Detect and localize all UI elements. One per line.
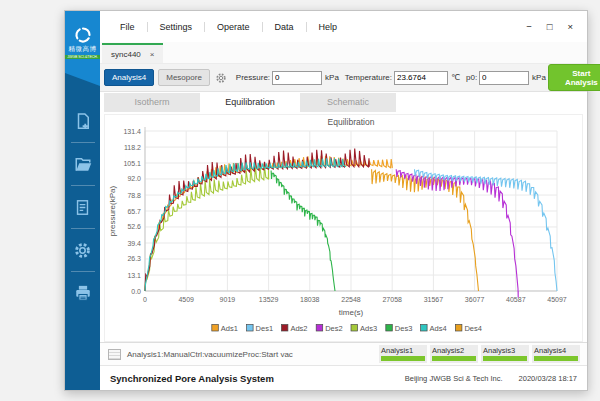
analysis4-button[interactable]: Analysis4 xyxy=(104,69,154,86)
p0-label: p0: xyxy=(466,73,477,82)
temperature-input[interactable] xyxy=(394,71,448,85)
tab-close-icon[interactable]: × xyxy=(150,50,155,59)
analysis4-progress[interactable]: Analysis4 xyxy=(532,345,580,363)
status-row: Analysis1:ManualCtrl:vacuumizeProc:Start… xyxy=(100,342,587,367)
analysis3-progress-label: Analysis3 xyxy=(483,346,527,355)
tab-equilibration[interactable]: Equilibration xyxy=(202,93,298,112)
footer-bar: Synchronized Pore Analysis System Beijin… xyxy=(100,366,587,390)
progress-bar xyxy=(483,356,527,361)
gear-icon xyxy=(73,241,92,260)
analysis4-progress-label: Analysis4 xyxy=(534,346,578,355)
status-log-icon[interactable] xyxy=(108,349,121,360)
svg-text:Des2: Des2 xyxy=(325,323,343,332)
maximize-button[interactable]: □ xyxy=(547,22,553,32)
svg-text:31567: 31567 xyxy=(424,296,444,303)
svg-text:4509: 4509 xyxy=(178,296,194,303)
main-area: File Settings Operate Data Help − □ × sy… xyxy=(100,11,587,390)
footer-right: Beijing JWGB Sci & Tech Inc. 2020/03/28 … xyxy=(405,374,577,383)
app-title: Synchronized Pore Analysis System xyxy=(110,373,274,384)
sidebar-print-button[interactable] xyxy=(74,282,92,304)
logo-swirl-icon xyxy=(74,26,92,44)
svg-text:92.0: 92.0 xyxy=(127,175,141,182)
toolbar-settings-button[interactable] xyxy=(212,72,230,84)
close-button[interactable]: × xyxy=(567,22,573,32)
svg-text:0.0: 0.0 xyxy=(131,287,141,294)
svg-text:105.1: 105.1 xyxy=(123,159,141,166)
view-tabs: Isotherm Equilibration Schematic xyxy=(100,92,587,113)
temperature-unit: ℃ xyxy=(451,73,460,82)
svg-text:26.3: 26.3 xyxy=(127,255,141,262)
temperature-label: Temperature: xyxy=(345,73,392,82)
tab-isotherm[interactable]: Isotherm xyxy=(104,93,200,112)
svg-text:65.7: 65.7 xyxy=(127,207,141,214)
analysis2-progress[interactable]: Analysis2 xyxy=(430,345,478,363)
analysis1-progress[interactable]: Analysis1 xyxy=(379,345,427,363)
sidebar-report-button[interactable] xyxy=(74,196,91,218)
gear-icon xyxy=(215,72,227,84)
status-message: Analysis1:ManualCtrl:vacuumizeProc:Start… xyxy=(127,350,293,359)
window-controls: − □ × xyxy=(526,22,573,32)
pressure-label: Pressure: xyxy=(236,73,270,82)
sidebar-new-file-button[interactable] xyxy=(74,110,92,132)
svg-text:Des1: Des1 xyxy=(256,323,274,332)
document-tabstrip: sync440 × xyxy=(100,42,587,64)
svg-text:Des4: Des4 xyxy=(464,323,482,332)
company-name: Beijing JWGB Sci & Tech Inc. xyxy=(405,374,503,383)
svg-text:13.1: 13.1 xyxy=(127,271,141,278)
svg-text:pressure(kPa): pressure(kPa) xyxy=(108,185,117,236)
menu-data[interactable]: Data xyxy=(263,22,306,32)
tab-schematic[interactable]: Schematic xyxy=(300,93,396,112)
menu-help[interactable]: Help xyxy=(307,22,350,32)
menu-file[interactable]: File xyxy=(108,22,147,32)
svg-text:Des3: Des3 xyxy=(395,323,413,332)
progress-bar xyxy=(534,356,578,361)
sidebar-divider xyxy=(71,142,95,143)
svg-text:Ads4: Ads4 xyxy=(430,323,447,332)
svg-text:36077: 36077 xyxy=(465,296,485,303)
brand-name-en: JWGB SCI.&TECH. xyxy=(65,55,100,59)
sidebar-notch xyxy=(65,73,100,86)
analysis2-progress-label: Analysis2 xyxy=(432,346,476,355)
app-logo: 精微高博 JWGB SCI.&TECH. xyxy=(65,11,100,73)
sidebar-open-file-button[interactable] xyxy=(74,153,92,175)
svg-text:Ads2: Ads2 xyxy=(290,323,307,332)
document-tab-sync440[interactable]: sync440 × xyxy=(102,43,163,63)
svg-text:39.4: 39.4 xyxy=(127,239,141,246)
sidebar: 精微高博 JWGB SCI.&TECH. xyxy=(65,11,100,390)
svg-text:78.8: 78.8 xyxy=(127,191,141,198)
svg-text:40587: 40587 xyxy=(506,296,526,303)
analysis-toolbar: Analysis4 Mesopore Pressure: kPa Tempera… xyxy=(100,64,587,92)
svg-text:27058: 27058 xyxy=(382,296,402,303)
svg-text:52.6: 52.6 xyxy=(127,223,141,230)
pressure-unit: kPa xyxy=(325,73,339,82)
equilibration-chart-panel: Equilibrationtime(s)pressure(kPa)0450990… xyxy=(104,114,583,342)
menu-settings[interactable]: Settings xyxy=(148,22,205,32)
menu-operate[interactable]: Operate xyxy=(205,22,262,32)
new-document-icon xyxy=(74,112,92,130)
minimize-button[interactable]: − xyxy=(526,22,532,32)
brand-name-cn: 精微高博 xyxy=(69,45,97,54)
svg-text:Equilibration: Equilibration xyxy=(328,117,375,127)
menu-bar: File Settings Operate Data Help − □ × xyxy=(100,11,587,42)
analysis3-progress[interactable]: Analysis3 xyxy=(481,345,529,363)
sidebar-divider xyxy=(71,271,95,272)
svg-text:131.4: 131.4 xyxy=(123,127,141,134)
mesopore-button[interactable]: Mesopore xyxy=(158,69,210,86)
svg-text:118.2: 118.2 xyxy=(124,143,141,150)
svg-text:45097: 45097 xyxy=(547,296,567,303)
svg-text:9019: 9019 xyxy=(220,296,236,303)
pressure-input[interactable] xyxy=(272,71,322,85)
p0-input[interactable] xyxy=(479,71,529,85)
svg-text:0: 0 xyxy=(143,296,147,303)
analysis-progress-group: Analysis1 Analysis2 Analysis3 Analysis4 xyxy=(379,345,580,363)
svg-text:13529: 13529 xyxy=(259,296,279,303)
progress-bar xyxy=(381,356,425,361)
sidebar-settings-button[interactable] xyxy=(73,239,92,261)
report-document-icon xyxy=(74,199,91,216)
start-analysis-button[interactable]: Start Analysis xyxy=(548,64,600,91)
status-left: Analysis1:ManualCtrl:vacuumizeProc:Start… xyxy=(108,349,293,360)
svg-text:22548: 22548 xyxy=(341,296,361,303)
datetime: 2020/03/28 18:17 xyxy=(519,374,577,383)
app-window: 精微高博 JWGB SCI.&TECH. xyxy=(64,10,588,391)
open-folder-icon xyxy=(74,155,92,173)
